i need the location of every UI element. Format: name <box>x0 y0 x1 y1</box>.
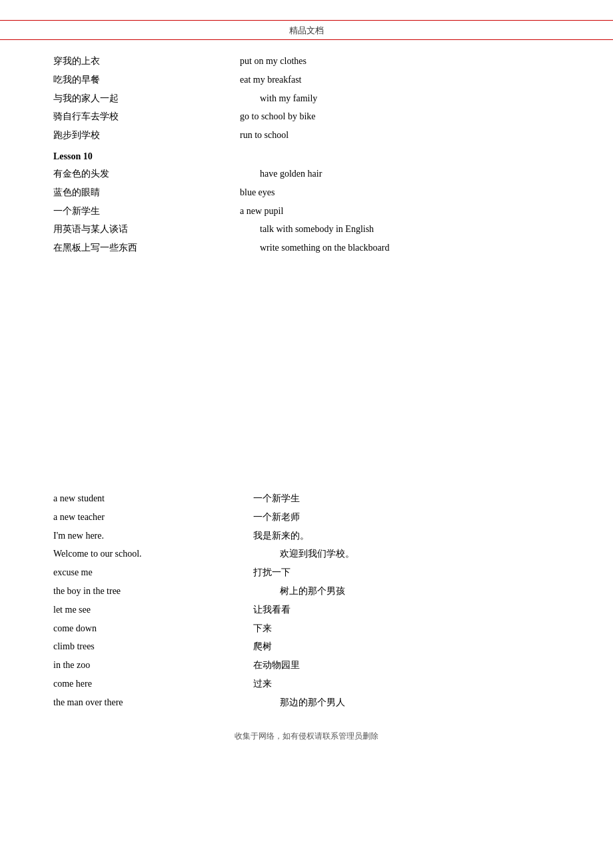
bottom-row-9: climb trees 爬树 <box>53 639 560 655</box>
main-content: 穿我的上衣 put on my clothes 吃我的早餐 eat my bre… <box>0 53 613 755</box>
bottom-row-11: come here 过来 <box>53 676 560 692</box>
chinese-text: 让我看看 <box>240 602 560 618</box>
english-text: a new pupil <box>240 203 560 219</box>
chinese-text: 骑自行车去学校 <box>53 109 240 125</box>
english-text: a new teacher <box>53 509 240 525</box>
chinese-text: 一个新老师 <box>240 509 560 525</box>
chinese-text: 树上的那个男孩 <box>240 583 560 599</box>
english-text: talk with somebody in English <box>240 221 560 237</box>
header-title: 精品文档 <box>0 21 613 39</box>
chinese-text: 欢迎到我们学校。 <box>240 546 560 562</box>
chinese-text: 在动物园里 <box>240 657 560 673</box>
bottom-row-2: a new teacher 一个新老师 <box>53 509 560 525</box>
english-text: in the zoo <box>53 657 240 673</box>
english-text: come down <box>53 621 240 637</box>
chinese-text: 穿我的上衣 <box>53 53 240 69</box>
english-text: eat my breakfast <box>240 72 560 88</box>
bottom-row-1: a new student 一个新学生 <box>53 491 560 507</box>
chinese-text: 与我的家人一起 <box>53 91 240 107</box>
footer-text: 收集于网络，如有侵权请联系管理员删除 <box>53 731 560 755</box>
spacer <box>53 264 560 491</box>
lesson10-row-5: 在黑板上写一些东西 write something on the blackbo… <box>53 240 560 256</box>
lesson10-row-4: 用英语与某人谈话 talk with somebody in English <box>53 221 560 237</box>
chinese-text: 过来 <box>240 676 560 692</box>
chinese-text: 吃我的早餐 <box>53 72 240 88</box>
bottom-row-8: come down 下来 <box>53 621 560 637</box>
lesson10-row-2: 蓝色的眼睛 blue eyes <box>53 185 560 201</box>
english-text: the boy in the tree <box>53 583 240 599</box>
chinese-text: 下来 <box>240 621 560 637</box>
bottom-row-5: excuse me 打扰一下 <box>53 565 560 581</box>
lesson10-row-3: 一个新学生 a new pupil <box>53 203 560 219</box>
chinese-text: 跑步到学校 <box>53 127 240 143</box>
english-text: with my family <box>240 91 560 107</box>
lesson-header: Lesson 10 <box>53 151 560 162</box>
english-text: a new student <box>53 491 240 507</box>
bottom-row-10: in the zoo 在动物园里 <box>53 657 560 673</box>
bottom-row-7: let me see 让我看看 <box>53 602 560 618</box>
english-text: write something on the blackboard <box>240 240 560 256</box>
chinese-text: 我是新来的。 <box>240 528 560 544</box>
bottom-row-12: the man over there 那边的那个男人 <box>53 695 560 711</box>
chinese-text: 打扰一下 <box>240 565 560 581</box>
chinese-text: 在黑板上写一些东西 <box>53 240 240 256</box>
top-vocab-section: 穿我的上衣 put on my clothes 吃我的早餐 eat my bre… <box>53 53 560 143</box>
vocab-row-1: 穿我的上衣 put on my clothes <box>53 53 560 69</box>
lesson10-section: Lesson 10 有金色的头发 have golden hair 蓝色的眼睛 … <box>53 151 560 256</box>
english-text: excuse me <box>53 565 240 581</box>
vocab-row-5: 跑步到学校 run to school <box>53 127 560 143</box>
chinese-text: 有金色的头发 <box>53 166 240 182</box>
vocab-row-2: 吃我的早餐 eat my breakfast <box>53 72 560 88</box>
header-bottom-line <box>0 39 613 40</box>
english-text: the man over there <box>53 695 240 711</box>
english-text: climb trees <box>53 639 240 655</box>
chinese-text: 蓝色的眼睛 <box>53 185 240 201</box>
vocab-row-3: 与我的家人一起 with my family <box>53 91 560 107</box>
chinese-text: 一个新学生 <box>53 203 240 219</box>
english-text: come here <box>53 676 240 692</box>
vocab-row-4: 骑自行车去学校 go to school by bike <box>53 109 560 125</box>
english-text: go to school by bike <box>240 109 560 125</box>
chinese-text: 一个新学生 <box>240 491 560 507</box>
bottom-vocab-section: a new student 一个新学生 a new teacher 一个新老师 … <box>53 491 560 711</box>
english-text: put on my clothes <box>240 53 560 69</box>
english-text: run to school <box>240 127 560 143</box>
bottom-row-3: I'm new here. 我是新来的。 <box>53 528 560 544</box>
english-text: blue eyes <box>240 185 560 201</box>
chinese-text: 爬树 <box>240 639 560 655</box>
chinese-text: 用英语与某人谈话 <box>53 221 240 237</box>
bottom-row-6: the boy in the tree 树上的那个男孩 <box>53 583 560 599</box>
english-text: I'm new here. <box>53 528 240 544</box>
chinese-text: 那边的那个男人 <box>240 695 560 711</box>
english-text: Welcome to our school. <box>53 546 240 562</box>
english-text: let me see <box>53 602 240 618</box>
english-text: have golden hair <box>240 166 560 182</box>
lesson10-row-1: 有金色的头发 have golden hair <box>53 166 560 182</box>
bottom-row-4: Welcome to our school. 欢迎到我们学校。 <box>53 546 560 562</box>
